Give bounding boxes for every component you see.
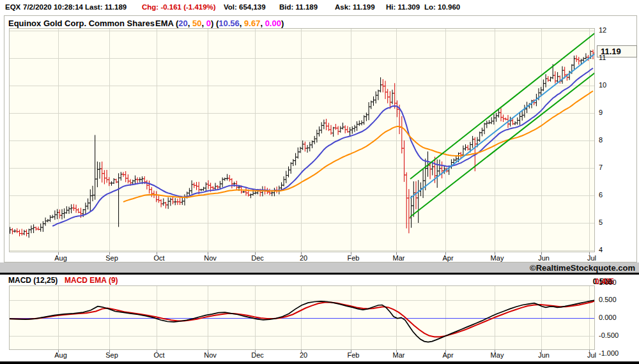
ema-value-50: 9.67	[244, 19, 260, 28]
quote-bid: Bid: 11.189	[279, 3, 318, 11]
ema-legend: EMA (20, 50, 0) (10.56, 9.67, 0.00)	[155, 19, 284, 28]
quote-ask: Ask: 11.199	[335, 3, 375, 11]
last-price-label: 11.19	[597, 45, 637, 57]
macd-y-axis-tick: -0.500	[599, 331, 619, 339]
legend-separator: ,	[188, 19, 192, 28]
legend-separator: )	[281, 19, 284, 28]
legend-separator: ,	[260, 19, 265, 28]
ema-legend-prefix: EMA (	[155, 19, 178, 28]
chart-title: Equinox Gold Corp. Common Shares	[8, 19, 155, 28]
ema-value-0: 0.00	[265, 19, 281, 28]
legend-separator: ,	[240, 19, 244, 28]
ema-period-20: 20	[178, 19, 187, 28]
quote-high: Hi: 11.309	[386, 3, 420, 11]
macd-chart-plot	[9, 285, 595, 353]
macd-y-axis-tick: 0.000	[599, 314, 617, 321]
macd-label: MACD (12,25)	[8, 276, 58, 285]
ema-value-20: 10.56	[219, 19, 240, 28]
ema-period-50: 50	[192, 19, 201, 28]
watermark-text: ©RealtimeStockquote.com	[530, 263, 635, 273]
macd-header: MACD (12,25) MACD EMA (9) 0.503 0.485	[0, 275, 639, 285]
ticker-symbol: EQX	[5, 3, 20, 11]
quote-volume: Vol: 654,139	[224, 3, 266, 11]
macd-ema-value: 0.485	[595, 277, 614, 286]
panel-separator-bottom	[0, 361, 639, 364]
quote-low: Lo: 10.960	[424, 3, 460, 11]
price-chart-plot	[9, 28, 595, 255]
legend-separator: )	[211, 19, 216, 28]
watermark-band: ©RealtimeStockquote.com	[0, 262, 639, 273]
stock-quote-chart-page: EQX 7/2/2020 10:28:14 Last: 11.189 Chg: …	[0, 0, 639, 364]
quote-datetime: 7/2/2020 10:28:14	[23, 3, 83, 11]
macd-y-axis-tick: 0.500	[599, 296, 617, 303]
quote-bar: EQX 7/2/2020 10:28:14 Last: 11.189 Chg: …	[0, 0, 639, 15]
ema-period-0: 0	[206, 19, 211, 28]
macd-values: 0.503 0.485	[447, 276, 595, 285]
macd-ema-label: MACD EMA (9)	[65, 276, 118, 285]
quote-change: Chg: -0.161 (-1.419%)	[142, 3, 216, 11]
quote-last: Last: 11.189	[85, 3, 127, 11]
macd-y-axis-tick: -1.000	[599, 349, 619, 357]
legend-separator: ,	[202, 19, 206, 28]
